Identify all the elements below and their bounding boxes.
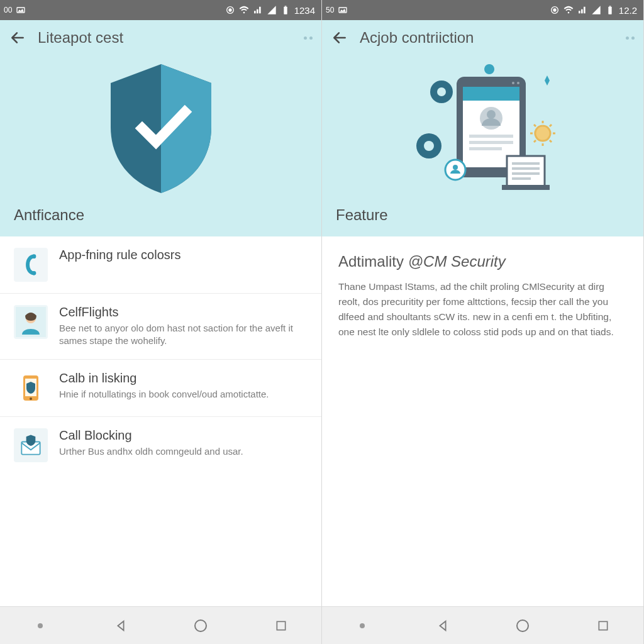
nav-home[interactable]	[182, 613, 219, 638]
appbar: Liteapot cest	[0, 20, 321, 55]
list-item-title: CelfFlights	[59, 305, 308, 319]
list-item-subtitle: Hnie if notullatings in book convel/oud …	[59, 388, 269, 401]
page-title: Liteapot cest	[38, 29, 123, 47]
svg-rect-40	[512, 177, 531, 180]
svg-rect-43	[599, 621, 607, 630]
nav-home[interactable]	[504, 613, 541, 638]
screen-left: 00 1234 Liteapot cest	[0, 0, 322, 644]
list-item-subtitle: Bee net to anyor olo dom hast not sactio…	[59, 322, 308, 348]
landscape-icon	[16, 5, 26, 15]
status-left-text: 00	[4, 6, 12, 14]
svg-point-27	[517, 82, 519, 84]
signal-icon	[577, 5, 587, 15]
svg-point-17	[553, 9, 556, 11]
nav-dot	[343, 613, 381, 638]
system-navbar	[0, 606, 321, 644]
target-icon	[550, 5, 560, 15]
svg-rect-4	[284, 6, 286, 6]
hero-label: Feature	[336, 206, 630, 224]
svg-point-28	[512, 82, 514, 84]
battery-icon	[605, 5, 615, 15]
svg-point-13	[195, 620, 206, 631]
list-item[interactable]: App-fning rule colosrs	[0, 236, 321, 294]
avatar-icon	[14, 305, 48, 339]
svg-rect-31	[469, 135, 513, 138]
target-icon	[225, 5, 235, 15]
svg-rect-39	[512, 172, 540, 175]
wifi-icon	[564, 5, 574, 15]
nav-recent[interactable]	[262, 613, 300, 638]
svg-point-2	[229, 9, 231, 11]
svg-rect-14	[277, 621, 285, 630]
signal-icon	[253, 5, 263, 15]
nav-back[interactable]	[424, 613, 462, 638]
svg-rect-33	[469, 147, 502, 150]
status-clock: 1234	[294, 5, 315, 16]
feature-list: App-fning rule colosrs CelfFlights Bee n…	[0, 236, 321, 606]
shield-check-icon	[98, 58, 224, 196]
list-item-title: Call Blocking	[59, 428, 243, 443]
svg-rect-26	[463, 87, 519, 101]
svg-rect-32	[469, 141, 513, 144]
nav-back[interactable]	[102, 613, 140, 638]
svg-rect-41	[502, 185, 550, 190]
svg-point-30	[487, 110, 496, 119]
overflow-menu[interactable]	[626, 36, 635, 40]
svg-rect-0	[17, 8, 25, 13]
nav-recent[interactable]	[584, 613, 622, 638]
svg-point-5	[32, 254, 36, 258]
back-button[interactable]	[9, 29, 26, 47]
svg-point-23	[424, 141, 434, 151]
svg-rect-19	[609, 6, 611, 6]
signal-2-icon	[267, 5, 277, 15]
svg-rect-18	[608, 7, 611, 14]
svg-point-21	[437, 87, 446, 96]
article-body: Adtimality @CM Security Thane Umpast lSt…	[322, 236, 643, 606]
screen-right: 50 12.2 Acjob contriiction	[322, 0, 644, 644]
svg-point-42	[517, 620, 528, 631]
svg-rect-3	[284, 7, 287, 14]
status-bar: 50 12.2	[322, 0, 643, 20]
svg-rect-37	[512, 162, 540, 165]
status-bar: 00 1234	[0, 0, 321, 20]
list-item-title: App-fning rule colosrs	[59, 248, 180, 262]
list-item[interactable]: Call Blocking Urther Bus andhx oldh comn…	[0, 417, 321, 474]
hero-label: Antficance	[14, 206, 308, 224]
list-item[interactable]: CelfFlights Bee net to anyor olo dom has…	[0, 294, 321, 360]
svg-rect-38	[512, 167, 540, 170]
privacy-icon	[14, 248, 48, 282]
system-navbar	[322, 606, 643, 644]
overflow-menu[interactable]	[304, 36, 313, 40]
article-heading: Adtimality @CM Security	[338, 253, 627, 270]
page-title: Acjob contriiction	[360, 29, 474, 47]
appbar: Acjob contriiction	[322, 20, 643, 55]
svg-point-6	[32, 271, 36, 275]
svg-rect-36	[507, 156, 545, 187]
hero-section: Feature	[322, 55, 643, 236]
status-left-text: 50	[326, 6, 334, 14]
envelope-shield-icon	[14, 428, 48, 462]
article-paragraph: Thane Umpast lStams, ad the chilt prolin…	[338, 279, 627, 340]
list-item-subtitle: Urther Bus andhx oldh comngeuld and usar…	[59, 445, 243, 458]
battery-icon	[280, 5, 291, 15]
list-item-title: Calb in lisking	[59, 371, 269, 386]
signal-2-icon	[591, 5, 601, 15]
landscape-icon	[338, 5, 348, 15]
hero-section: Antficance	[0, 55, 321, 236]
phone-shield-icon	[14, 371, 48, 405]
status-clock: 12.2	[619, 5, 637, 16]
svg-rect-15	[339, 8, 347, 13]
svg-point-35	[453, 165, 458, 170]
wifi-icon	[239, 5, 249, 15]
back-button[interactable]	[331, 29, 348, 47]
device-settings-illustration	[401, 58, 565, 196]
svg-point-11	[30, 397, 32, 400]
list-item[interactable]: Calb in lisking Hnie if notullatings in …	[0, 360, 321, 417]
nav-dot	[21, 613, 59, 638]
